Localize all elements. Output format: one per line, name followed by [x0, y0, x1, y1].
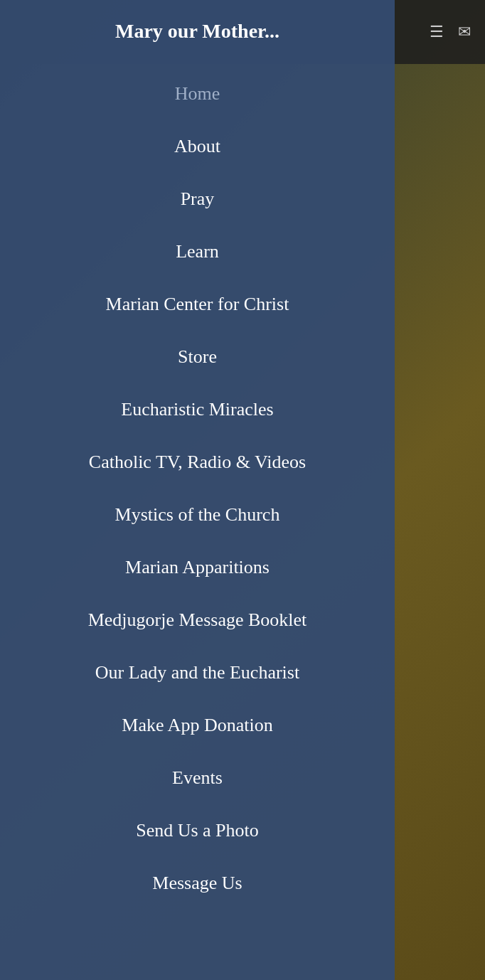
nav-item-catholic-tv[interactable]: Catholic TV, Radio & Videos	[0, 436, 395, 489]
nav-item-home[interactable]: Home	[0, 68, 395, 120]
nav-item-about[interactable]: About	[0, 120, 395, 173]
nav-item-pray[interactable]: Pray	[0, 173, 395, 225]
nav-item-learn[interactable]: Learn	[0, 225, 395, 278]
nav-panel: Mary our Mother... HomeAboutPrayLearnMar…	[0, 0, 395, 980]
nav-item-store[interactable]: Store	[0, 331, 395, 383]
nav-item-eucharistic-miracles[interactable]: Eucharistic Miracles	[0, 383, 395, 436]
nav-item-send-photo[interactable]: Send Us a Photo	[0, 804, 395, 857]
nav-item-events[interactable]: Events	[0, 752, 395, 804]
nav-item-marian-apparitions[interactable]: Marian Apparitions	[0, 541, 395, 594]
menu-icon[interactable]: ☰	[430, 23, 444, 41]
nav-menu: HomeAboutPrayLearnMarian Center for Chri…	[0, 60, 395, 917]
nav-item-marian-center[interactable]: Marian Center for Christ	[0, 278, 395, 331]
nav-item-our-lady[interactable]: Our Lady and the Eucharist	[0, 646, 395, 699]
nav-title: Mary our Mother...	[0, 0, 395, 60]
nav-item-donation[interactable]: Make App Donation	[0, 699, 395, 752]
nav-item-mystics[interactable]: Mystics of the Church	[0, 489, 395, 541]
mail-icon[interactable]: ✉	[458, 23, 471, 41]
nav-item-message-us[interactable]: Message Us	[0, 857, 395, 910]
nav-item-medjugorje[interactable]: Medjugorje Message Booklet	[0, 594, 395, 646]
